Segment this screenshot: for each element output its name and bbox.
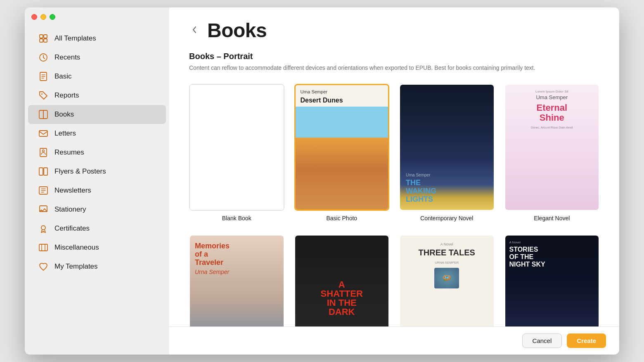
cert-icon: [38, 223, 49, 234]
svg-rect-15: [44, 168, 47, 175]
book-icon: [38, 109, 49, 120]
template-thumb-blank-book: [189, 84, 284, 211]
svg-point-9: [41, 93, 43, 95]
svg-rect-14: [39, 168, 43, 175]
template-thumb-three-tales: A Novel THREE TALES URNA SEMPER 🪺: [399, 235, 495, 326]
sidebar-item-all-templates[interactable]: All Templates: [28, 29, 166, 48]
sidebar-item-resumes[interactable]: Resumes: [28, 143, 166, 162]
template-shatter-dark[interactable]: ASHATTERIN THEDARK A Shatter in the Dark: [294, 235, 390, 326]
svg-rect-0: [40, 35, 43, 38]
sidebar-item-basic[interactable]: Basic: [28, 67, 166, 86]
sidebar-item-resumes-label: Resumes: [54, 148, 84, 157]
sidebar-item-all-templates-label: All Templates: [54, 34, 96, 43]
sidebar-item-books[interactable]: Books: [28, 105, 166, 124]
cancel-button[interactable]: Cancel: [522, 333, 562, 348]
template-elegant-novel[interactable]: Lorem Ipsum Dolor Sit Uma Semper Eternal…: [504, 84, 600, 221]
sidebar-item-stationery-label: Stationery: [54, 205, 86, 214]
template-label-elegant-novel: Elegant Novel: [534, 215, 570, 221]
template-three-tales[interactable]: A Novel THREE TALES URNA SEMPER 🪺 Three …: [399, 235, 495, 326]
section-description: Content can reflow to accommodate differ…: [189, 64, 561, 72]
main-content: Books – Portrait Content can reflow to a…: [169, 42, 619, 326]
sidebar-item-basic-label: Basic: [54, 72, 72, 81]
main-header: Books: [169, 7, 619, 42]
clock-icon: [38, 52, 49, 63]
create-button[interactable]: Create: [567, 333, 606, 348]
sidebar-item-my-templates[interactable]: My Templates: [28, 257, 166, 276]
sidebar-item-reports-label: Reports: [54, 91, 79, 100]
minimize-button[interactable]: [40, 14, 46, 20]
svg-point-21: [41, 226, 45, 230]
template-label-contemporary-novel: Contemporary Novel: [420, 215, 473, 221]
sidebar-item-flyers-posters[interactable]: Flyers & Posters: [28, 162, 166, 181]
back-button[interactable]: [189, 24, 201, 36]
template-thumb-basic-photo: Urna Semper Desert Dunes: [294, 84, 390, 211]
svg-point-13: [43, 150, 45, 152]
template-label-blank-book: Blank Book: [222, 215, 251, 221]
resume-icon: [38, 147, 49, 158]
sidebar-item-reports[interactable]: Reports: [28, 86, 166, 105]
close-button[interactable]: [31, 14, 37, 20]
sidebar-item-newsletters[interactable]: Newsletters: [28, 181, 166, 200]
templates-grid-row1: Blank Book Urna Semper Desert Dunes Basi…: [189, 84, 599, 221]
misc-icon: [38, 242, 49, 253]
sidebar-item-miscellaneous[interactable]: Miscellaneous: [28, 238, 166, 257]
stationery-icon: [38, 204, 49, 215]
traffic-lights: [31, 14, 55, 20]
sidebar-item-recents-label: Recents: [54, 53, 80, 62]
template-blank-book[interactable]: Blank Book: [189, 84, 284, 221]
template-thumb-shatter-dark: ASHATTERIN THEDARK: [294, 235, 390, 326]
tag-icon: [38, 90, 49, 101]
main-panel: Books Books – Portrait Content can reflo…: [169, 7, 619, 355]
template-memories-traveler[interactable]: Memoriesof aTraveler Urna Semper Memorie…: [189, 235, 284, 326]
template-basic-photo[interactable]: Urna Semper Desert Dunes Basic Photo: [294, 84, 390, 221]
template-thumb-memories-traveler: Memoriesof aTraveler Urna Semper: [189, 235, 284, 326]
svg-rect-22: [39, 244, 47, 251]
svg-rect-1: [44, 35, 47, 38]
sidebar-item-recents[interactable]: Recents: [28, 48, 166, 67]
template-contemporary-novel[interactable]: Urna Semper THEWAKINGLIGHTS Contemporary…: [399, 84, 495, 221]
section-title: Books – Portrait: [189, 52, 599, 61]
brochure-icon: [38, 166, 49, 177]
letter-icon: [38, 128, 49, 139]
heart-icon: [38, 261, 49, 272]
sidebar-item-stationery[interactable]: Stationery: [28, 200, 166, 219]
sidebar-item-letters[interactable]: Letters: [28, 124, 166, 143]
svg-rect-2: [40, 39, 43, 42]
sidebar: All Templates Recents: [25, 7, 169, 355]
sidebar-item-newsletters-label: Newsletters: [54, 186, 91, 195]
sidebar-item-books-label: Books: [54, 110, 74, 119]
section-header: Books – Portrait Content can reflow to a…: [189, 52, 599, 72]
templates-grid-row2: Memoriesof aTraveler Urna Semper Memorie…: [189, 235, 599, 326]
sidebar-item-flyers-posters-label: Flyers & Posters: [54, 167, 106, 176]
doc-icon: [38, 71, 49, 82]
template-label-basic-photo: Basic Photo: [326, 215, 357, 221]
page-title: Books: [207, 19, 267, 42]
sidebar-item-miscellaneous-label: Miscellaneous: [54, 243, 99, 252]
sidebar-item-letters-label: Letters: [54, 129, 76, 138]
template-thumb-contemporary-novel: Urna Semper THEWAKINGLIGHTS: [399, 84, 495, 211]
svg-rect-3: [44, 39, 47, 42]
template-stories-night-sky[interactable]: A Novel STORIESOF THENIGHT SKY Stories o…: [504, 235, 600, 326]
footer: Cancel Create: [169, 326, 619, 355]
svg-rect-11: [39, 131, 47, 136]
grid-icon: [38, 33, 49, 44]
maximize-button[interactable]: [50, 14, 55, 20]
newsletter-icon: [38, 185, 49, 196]
sidebar-item-certificates-label: Certificates: [54, 224, 90, 233]
sidebar-item-certificates[interactable]: Certificates: [28, 219, 166, 238]
template-thumb-stories-night-sky: A Novel STORIESOF THENIGHT SKY: [504, 235, 600, 326]
template-thumb-elegant-novel: Lorem Ipsum Dolor Sit Uma Semper Eternal…: [504, 84, 600, 211]
sidebar-item-my-templates-label: My Templates: [54, 262, 98, 271]
